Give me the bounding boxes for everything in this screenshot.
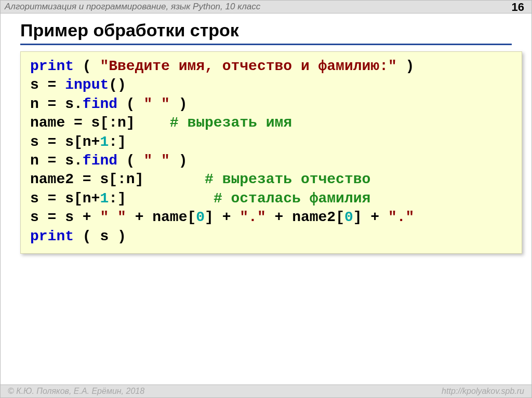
code-line-4: name = s[:n] # вырезать имя — [30, 114, 512, 132]
code-line-7: name2 = s[:n] # вырезать отчество — [30, 170, 512, 189]
code-line-9: s = s + " " + name[0] + "." + name2[0] +… — [30, 208, 512, 227]
code-line-10: print ( s ) — [30, 227, 512, 246]
code-line-8: s = s[n+1:] # осталась фамилия — [30, 189, 512, 208]
code-block: print ( "Введите имя, отчество и фамилию… — [20, 51, 522, 254]
slide: Алгоритмизация и программирование, язык … — [0, 0, 532, 398]
subject-label: Алгоритмизация и программирование, язык … — [5, 2, 260, 12]
code-line-6: n = s.find ( " " ) — [30, 152, 512, 170]
copyright-label: © К.Ю. Поляков, Е.А. Ерёмин, 2018 — [8, 387, 144, 396]
footer-bar: © К.Ю. Поляков, Е.А. Ерёмин, 2018 http:/… — [1, 385, 531, 397]
slide-title: Пример обработки строк — [20, 20, 512, 45]
code-line-5: s = s[n+1:] — [30, 133, 512, 152]
code-line-3: n = s.find ( " " ) — [30, 95, 512, 114]
top-bar: Алгоритмизация и программирование, язык … — [1, 1, 531, 13]
code-line-2: s = input() — [30, 76, 512, 94]
code-line-1: print ( "Введите имя, отчество и фамилию… — [30, 57, 512, 76]
source-url: http://kpolyakov.spb.ru — [442, 387, 524, 396]
page-number: 16 — [512, 1, 524, 14]
